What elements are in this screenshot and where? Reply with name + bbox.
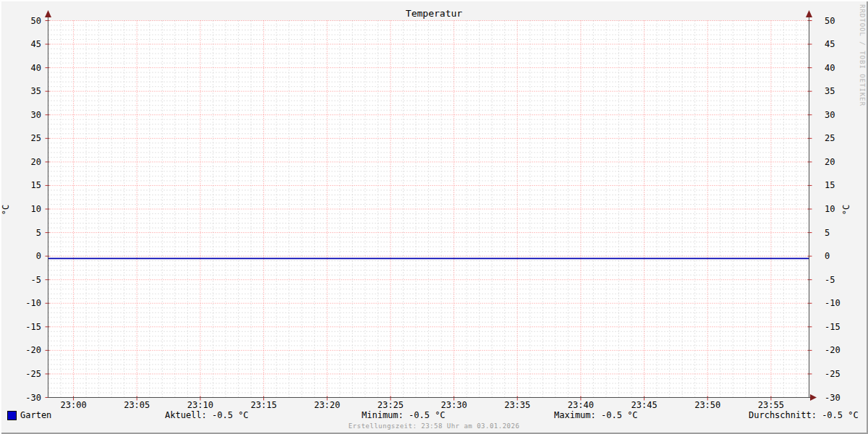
svg-text:45: 45 [31,39,41,49]
svg-text:23:35: 23:35 [504,400,530,410]
svg-text:30: 30 [31,110,41,120]
svg-text:23:50: 23:50 [694,400,720,410]
svg-text:10: 10 [825,204,835,214]
y-axis-label-left: °C [1,205,11,215]
svg-text:23:30: 23:30 [441,400,467,410]
svg-text:30: 30 [825,110,835,120]
svg-text:40: 40 [825,63,835,73]
chart-plot-area: 5050454540403535303025252020151510105500… [0,0,868,434]
svg-text:-20: -20 [825,345,841,355]
stat-minimum: Minimum: -0.5 °C [362,409,446,421]
svg-text:35: 35 [825,86,835,96]
svg-text:23:55: 23:55 [758,400,784,410]
svg-text:25: 25 [31,133,41,143]
svg-text:23:05: 23:05 [124,400,150,410]
rrdtool-watermark: RRDTOOL / TOBI OETIKER [859,4,866,106]
svg-text:-25: -25 [825,369,841,379]
rrdtool-graph: Temperatur 50504545404035353030252520201… [0,0,868,434]
y-axis-label-right: °C [841,205,851,215]
svg-text:-10: -10 [825,298,841,308]
svg-text:35: 35 [31,86,41,96]
svg-text:-30: -30 [825,393,841,403]
svg-text:-20: -20 [25,345,41,355]
legend-color-swatch [7,411,17,420]
svg-text:23:00: 23:00 [61,400,87,410]
svg-text:23:10: 23:10 [187,400,213,410]
svg-text:0: 0 [825,251,830,261]
svg-text:40: 40 [31,63,41,73]
svg-text:15: 15 [31,180,41,190]
svg-text:15: 15 [825,180,835,190]
creation-timestamp: Erstellungszeit: 23:58 Uhr am 03.01.2026 [0,422,868,430]
stat-durchschnitt: Durchschnitt: -0.5 °C [749,409,859,421]
stat-maximum: Maximum: -0.5 °C [554,409,638,421]
svg-text:23:25: 23:25 [378,400,404,410]
svg-text:-30: -30 [25,393,41,403]
svg-text:25: 25 [825,133,835,143]
svg-text:20: 20 [31,157,41,167]
svg-text:5: 5 [825,228,830,238]
svg-text:0: 0 [36,251,41,261]
svg-text:-15: -15 [25,322,41,332]
svg-text:10: 10 [31,204,41,214]
chart-title: Temperatur [0,8,868,19]
svg-text:-15: -15 [825,322,841,332]
svg-text:5: 5 [36,228,41,238]
svg-text:20: 20 [825,157,835,167]
svg-text:23:40: 23:40 [568,400,594,410]
svg-text:45: 45 [825,39,835,49]
svg-text:-5: -5 [31,275,41,285]
stat-aktuell: Aktuell: -0.5 °C [165,409,249,421]
legend-row: Garten Aktuell: -0.5 °C Minimum: -0.5 °C… [0,409,868,422]
svg-text:23:20: 23:20 [314,400,340,410]
svg-text:-10: -10 [25,298,41,308]
svg-text:-5: -5 [825,275,835,285]
legend-series-label: Garten [20,409,51,421]
svg-text:-25: -25 [25,369,41,379]
svg-text:23:45: 23:45 [631,400,658,410]
svg-text:23:15: 23:15 [251,400,277,410]
